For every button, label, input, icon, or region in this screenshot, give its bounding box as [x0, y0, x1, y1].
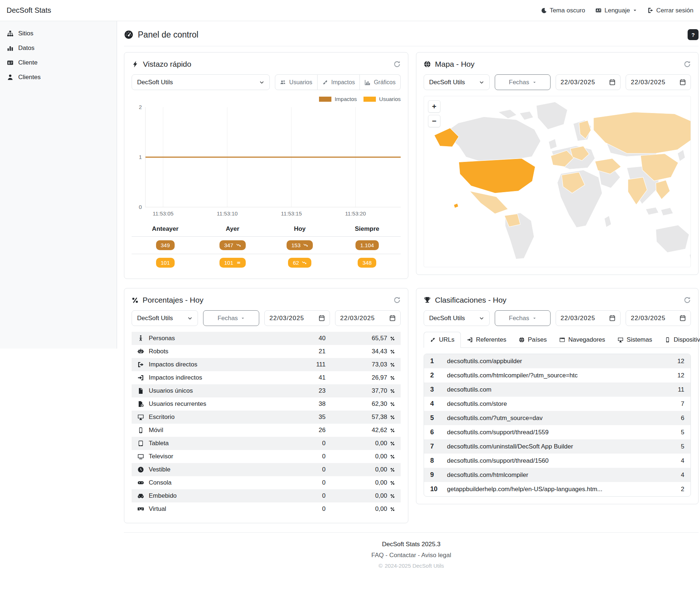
sign-in-icon [467, 337, 473, 343]
footer-link-contactar[interactable]: Contactar [389, 552, 416, 559]
percent-row-label: Tableta [149, 440, 169, 447]
view-button-impactos[interactable]: Impactos [318, 74, 360, 90]
site-select[interactable]: DecSoft Utils [424, 310, 490, 326]
ranking-position: 4 [430, 400, 447, 408]
date-from-input[interactable]: 22/03/2025 [264, 310, 330, 326]
caret-down-icon [633, 8, 637, 12]
refresh-icon[interactable] [393, 61, 401, 68]
ranking-url: decsoftutils.com/support/thread/1560 [447, 457, 681, 465]
tab-urls[interactable]: URLs [424, 332, 461, 348]
ranking-item: 1decsoftutils.com/appbuilder12 [424, 354, 691, 368]
date-to-input[interactable]: 22/03/2025 [626, 74, 691, 90]
rankings-panel-title: Clasificaciones - Hoy [424, 296, 506, 304]
percent-row-value: 37,70 [372, 387, 387, 395]
dates-dropdown-button[interactable]: Fechas [495, 74, 551, 90]
date-from-input[interactable]: 22/03/2025 [556, 74, 621, 90]
ranking-url: decsoftutils.com/htmlcompiler [447, 471, 681, 479]
stat-badge: 62 [288, 258, 311, 268]
site-select[interactable]: DecSoft Utils [132, 74, 270, 90]
percent-row-value: 62,30 [372, 400, 387, 408]
percent-row-virtual: Virtual00,00 [132, 502, 401, 516]
tab-label: Navegadores [568, 336, 605, 343]
percent-row-impactos-directos: Impactos directos11173,03 [132, 358, 401, 371]
percent-row-value: 65,57 [372, 335, 387, 342]
legend-swatch [319, 97, 331, 102]
sidebar-item-clientes[interactable]: Clientes [0, 70, 117, 85]
car-icon [137, 493, 144, 499]
sidebar-item-datos[interactable]: Datos [0, 41, 117, 55]
moon-icon [541, 8, 547, 13]
world-map[interactable]: + − [424, 96, 691, 267]
percent-row-personas: Personas4065,57 [132, 332, 401, 345]
summary-table: AnteayerAyerHoySiempre 3493471531.104101… [132, 222, 401, 271]
ranking-count: 4 [681, 457, 684, 465]
percent-row-count: 111 [277, 358, 331, 371]
percent-row-label: Usuarios únicos [149, 387, 193, 395]
tab-sistemas[interactable]: Sistemas [611, 332, 658, 348]
refresh-icon[interactable] [684, 296, 691, 304]
ranking-position: 7 [430, 443, 447, 450]
site-select[interactable]: DecSoft Utils [132, 310, 198, 326]
percent-row-label: Usuarios recurrentes [149, 400, 206, 408]
footer-link-aviso-legal[interactable]: Aviso legal [421, 552, 451, 559]
language-menu[interactable]: Lenguaje [595, 7, 637, 14]
caret-down-icon [533, 81, 536, 84]
tab-label: URLs [439, 336, 455, 343]
dates-dropdown-button[interactable]: Fechas [203, 310, 259, 326]
ranking-count: 7 [681, 400, 684, 408]
ranking-count: 5 [681, 443, 684, 450]
theme-toggle-label: Tema oscuro [550, 7, 585, 14]
top-navbar: DecSoft Stats Tema oscuro Lenguaje Cerra… [0, 0, 700, 21]
tab-paises[interactable]: Países [513, 332, 553, 348]
site-select[interactable]: DecSoft Utils [424, 74, 490, 90]
tab-label: Países [528, 336, 547, 343]
tv-icon [137, 453, 144, 460]
ranking-position: 2 [430, 372, 447, 379]
users-icon [280, 79, 286, 85]
copyright-icon: © [378, 563, 382, 569]
view-button-usuarios[interactable]: Usuarios [275, 74, 317, 90]
footer-links: FAQ - Contactar - Aviso legal [124, 552, 699, 559]
theme-toggle[interactable]: Tema oscuro [541, 7, 585, 14]
percent-row-count: 23 [277, 384, 331, 397]
globe-icon [519, 337, 525, 343]
date-to-input[interactable]: 22/03/2025 [626, 310, 691, 326]
legend-label: Impactos [335, 96, 357, 102]
stat-badge-value: 1.104 [360, 242, 374, 248]
chevron-down-icon [187, 316, 192, 321]
percent-row-count: 0 [277, 476, 331, 489]
footer-version: DecSoft Stats 2025.3 [124, 541, 699, 548]
tab-dispositivos[interactable]: Dispositivos [658, 332, 700, 348]
date-from-input[interactable]: 22/03/2025 [556, 310, 621, 326]
link-icon [430, 337, 436, 343]
percent-row-count: 0 [277, 463, 331, 476]
refresh-icon[interactable] [393, 296, 401, 304]
percent-icon [390, 362, 395, 367]
refresh-icon[interactable] [684, 61, 691, 68]
tab-navegadores[interactable]: Navegadores [553, 332, 611, 348]
view-button-graficos[interactable]: Gráficos [360, 74, 401, 90]
help-button[interactable]: ? [688, 29, 699, 40]
sidebar-item-sitios[interactable]: Sitios [0, 26, 117, 41]
tab-referentes[interactable]: Referentes [461, 332, 513, 348]
logout-button[interactable]: Cerrar sesión [647, 7, 693, 14]
browser-icon [559, 337, 565, 343]
percent-row-label: Vestible [149, 466, 171, 473]
sidebar-item-label: Cliente [18, 59, 38, 66]
svg-text:11:53:20: 11:53:20 [345, 210, 366, 217]
sidebar-item-label: Datos [18, 44, 34, 52]
sidebar-item-cliente[interactable]: Cliente [0, 55, 117, 70]
ranking-count: 6 [681, 415, 684, 422]
quick-chart: 11:53:0511:53:1011:53:1511:53:20012 [132, 103, 401, 220]
percent-icon [390, 428, 395, 433]
date-to-input[interactable]: 22/03/2025 [335, 310, 401, 326]
dates-dropdown-button[interactable]: Fechas [495, 310, 551, 326]
map-zoom-out-button[interactable]: − [428, 115, 440, 127]
percent-row-embebido: Embebido00,00 [132, 489, 401, 502]
footer-link-faq[interactable]: FAQ [372, 552, 384, 559]
link-icon [322, 79, 328, 85]
page-title: Panel de control [124, 30, 198, 40]
summary-header: Anteayer [132, 222, 199, 237]
map-zoom-in-button[interactable]: + [428, 100, 440, 113]
ranking-url: decsoftutils.com/appbuilder [447, 358, 677, 365]
